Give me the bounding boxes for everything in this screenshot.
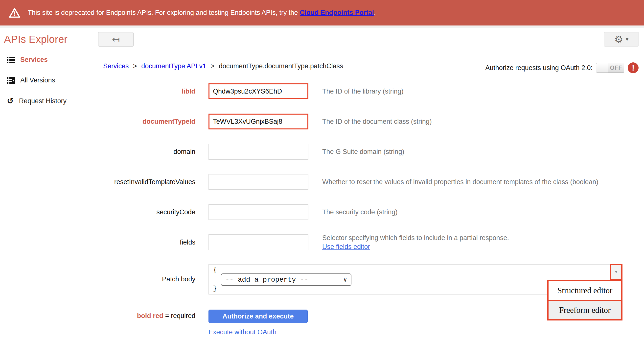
field-label: resetInvalidTemplateValues xyxy=(82,178,196,186)
form-row-libid: libId The ID of the library (string) xyxy=(99,76,644,106)
field-description-text: Selector specifying which fields to incl… xyxy=(322,233,509,242)
oauth-control: Authorize requests using OAuth 2.0: OFF … xyxy=(485,62,638,73)
back-button[interactable]: ↤ xyxy=(98,32,134,47)
editor-mode-menu: Structured editor Freeform editor xyxy=(547,280,622,320)
field-description: The ID of the library (string) xyxy=(322,87,404,96)
breadcrumb-link-services[interactable]: Services xyxy=(103,62,129,70)
page-title: APIs Explorer xyxy=(4,34,68,45)
resetinvalidtemplatevalues-input[interactable] xyxy=(208,174,308,190)
menu-item-structured-editor[interactable]: Structured editor xyxy=(548,281,621,300)
oauth-toggle[interactable]: OFF xyxy=(596,63,624,73)
sidebar-item-label: All Versions xyxy=(20,77,55,84)
list-add-icon xyxy=(7,77,15,84)
required-legend: bold red = required xyxy=(82,312,196,320)
deprecation-text-after: . xyxy=(374,9,376,16)
cloud-endpoints-portal-link[interactable]: Cloud Endpoints Portal xyxy=(300,9,374,16)
oauth-toggle-knob xyxy=(596,63,608,73)
patch-body-label: Patch body xyxy=(82,275,196,283)
field-description: The G Suite domain (string) xyxy=(322,147,404,156)
form-row-documenttypeid: documentTypeId The ID of the document cl… xyxy=(99,106,644,137)
use-fields-editor-link[interactable]: Use fields editor xyxy=(322,243,370,250)
required-legend-bold: bold red xyxy=(137,312,164,319)
apis-explorer-page: This site is deprecated for Endpoints AP… xyxy=(0,0,644,343)
securitycode-input[interactable] xyxy=(208,204,308,220)
exclamation-mark: ! xyxy=(632,63,634,73)
editor-mode-dropdown-button[interactable]: ▼ xyxy=(610,264,622,280)
fields-input[interactable] xyxy=(208,234,308,250)
documenttypeid-input[interactable] xyxy=(208,114,308,129)
back-arrow-icon: ↤ xyxy=(112,34,120,45)
required-legend-rest: = required xyxy=(163,312,196,319)
field-description: Whether to reset the values of invalid p… xyxy=(322,177,598,186)
sidebar-item-all-versions[interactable]: All Versions xyxy=(7,77,55,84)
chevron-down-icon: ▾ xyxy=(626,36,628,43)
select-chevron-icon: ∨ xyxy=(344,276,347,283)
sidebar-item-services[interactable]: Services xyxy=(7,56,48,64)
field-label: securityCode xyxy=(82,208,196,216)
oauth-label: Authorize requests using OAuth 2.0: xyxy=(485,64,592,72)
breadcrumb-current: documentType.documentType.patchClass xyxy=(219,62,343,70)
field-description: The ID of the document class (string) xyxy=(322,117,432,126)
dropdown-caret-icon: ▼ xyxy=(614,269,618,274)
open-brace: { xyxy=(213,266,217,274)
field-label: libId xyxy=(82,88,196,95)
field-label: domain xyxy=(82,148,196,156)
field-description: Selector specifying which fields to incl… xyxy=(322,233,509,251)
banner-shadow-strip xyxy=(0,26,644,28)
breadcrumb-separator: > xyxy=(133,62,137,70)
breadcrumb-separator: > xyxy=(211,62,215,70)
history-icon: ↺ xyxy=(7,97,14,105)
form-row-domain: domain The G Suite domain (string) xyxy=(99,137,644,167)
form-row-securitycode: securityCode The security code (string) xyxy=(99,197,644,227)
field-description: The security code (string) xyxy=(322,208,398,217)
app-header: APIs Explorer ↤ ⚙ ▾ xyxy=(0,28,644,53)
execute-without-oauth-link[interactable]: Execute without OAuth xyxy=(208,328,276,336)
header-divider xyxy=(0,53,644,53)
settings-button[interactable]: ⚙ ▾ xyxy=(604,32,639,47)
field-label: documentTypeId xyxy=(82,118,196,126)
field-label: fields xyxy=(82,239,196,246)
deprecation-message: This site is deprecated for Endpoints AP… xyxy=(28,9,376,17)
oauth-toggle-state: OFF xyxy=(608,63,624,73)
form-row-resetinvalidtemplatevalues: resetInvalidTemplateValues Whether to re… xyxy=(99,167,644,197)
deprecation-banner: This site is deprecated for Endpoints AP… xyxy=(0,0,644,26)
form-row-fields: fields Selector specifying which fields … xyxy=(99,227,644,257)
authorize-and-execute-button[interactable]: Authorize and execute xyxy=(208,309,308,323)
libid-input[interactable] xyxy=(208,83,308,99)
sidebar-item-label: Services xyxy=(20,56,48,64)
breadcrumb-link-api[interactable]: documentType API v1 xyxy=(141,62,206,70)
domain-input[interactable] xyxy=(208,144,308,160)
breadcrumb: Services > documentType API v1 > documen… xyxy=(103,62,343,70)
list-icon xyxy=(7,57,15,63)
menu-item-freeform-editor[interactable]: Freeform editor xyxy=(548,300,621,319)
warning-triangle-icon xyxy=(9,8,20,18)
add-property-select-value: -- add a property -- xyxy=(225,276,308,284)
gear-icon: ⚙ xyxy=(614,34,623,44)
add-property-select[interactable]: -- add a property -- ∨ xyxy=(221,273,352,286)
oauth-error-icon: ! xyxy=(628,62,638,73)
close-brace: } xyxy=(213,285,217,292)
deprecation-text: This site is deprecated for Endpoints AP… xyxy=(28,9,298,16)
sidebar-item-request-history[interactable]: ↺ Request History xyxy=(7,97,66,105)
sidebar-item-label: Request History xyxy=(19,97,66,105)
